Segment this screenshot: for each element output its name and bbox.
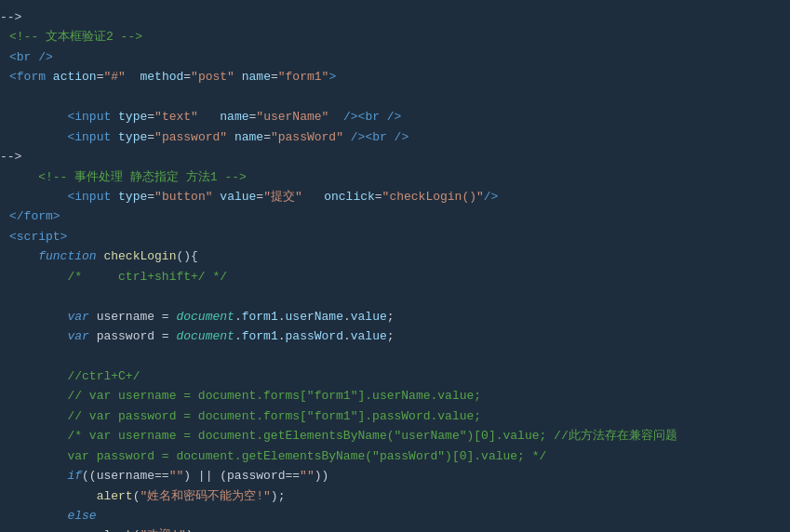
code-line-9: </form> [0, 206, 790, 226]
code-line-20: /* var username = document.getElementsBy… [0, 426, 790, 446]
code-line-4 [0, 87, 790, 107]
code-line-18: // var username = document.forms["form1"… [0, 386, 790, 406]
code-line-11: function checkLogin(){ [0, 246, 790, 266]
code-line-6: <input type="password" name="passWord" /… [0, 127, 790, 147]
code-line-22: if((username=="") || (password=="")) [0, 466, 790, 485]
code-line-14: var username = document.form1.userName.v… [0, 307, 790, 326]
code-line-8: <input type="button" value="提交" onclick=… [0, 187, 790, 206]
form-attr-action: action [53, 67, 97, 86]
code-line-23: alert("姓名和密码不能为空!"); [0, 486, 790, 506]
code-line-25: alert("欢迎!"); [0, 525, 790, 532]
code-line-5: <input type="text" name="userName" /><br… [0, 107, 790, 126]
form-tag-name: form [17, 67, 46, 86]
code-line-2: <br /> [0, 47, 790, 67]
code-line-10: <script> [0, 227, 790, 246]
form-attr-method: method [140, 67, 183, 86]
form-attr-name: name [242, 67, 271, 86]
code-line-17: //ctrl+C+/ [0, 366, 790, 386]
code-line-19: // var password = document.forms["form1"… [0, 406, 790, 426]
br-tag: <br /> [9, 47, 53, 67]
code-line-12: /* ctrl+shift+/ */ [0, 267, 790, 286]
code-line-16 [0, 346, 790, 366]
code-line-13 [0, 286, 790, 306]
form-open-bracket: < [9, 67, 17, 86]
code-line-7: <!-- 事件处理 静态指定 方法1 --> [0, 167, 790, 187]
code-line-24: else [0, 506, 790, 525]
code-line-15: var password = document.form1.passWord.v… [0, 326, 790, 346]
comment-text-1: <!-- 文本框验证2 --> [9, 27, 142, 47]
code-line-21: var password = document.getElementsByNam… [0, 446, 790, 466]
code-line-3: <form action="#" method="post" name="for… [0, 67, 790, 86]
code-editor: --> <!-- 文本框验证2 --> <br /> <form action=… [0, 0, 790, 532]
code-line-1: <!-- 文本框验证2 --> [0, 27, 790, 47]
